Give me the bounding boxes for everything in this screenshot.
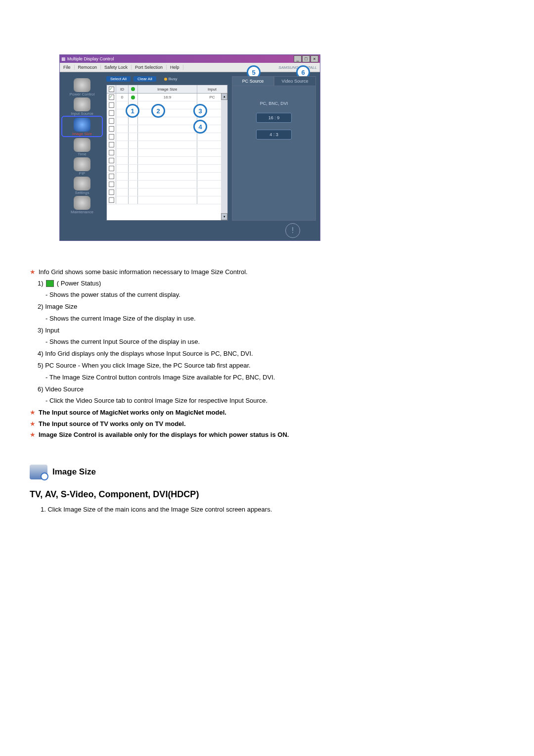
scroll-up-icon[interactable]: ▴ <box>221 93 227 100</box>
grid-header-row: ID Image Size Input <box>107 85 227 94</box>
table-row[interactable] <box>107 101 227 109</box>
sidebar-label: Maintenance <box>62 210 102 214</box>
col-checkbox[interactable] <box>107 85 116 93</box>
sidebar-item-settings[interactable]: Settings <box>62 176 102 195</box>
callout-3: 3 <box>193 104 207 118</box>
scrollbar[interactable]: ▴▾ <box>221 93 227 220</box>
sub-text: - Shows the current Image Size of the di… <box>45 314 504 324</box>
ordered-list-item: 1. Click Image Size of the main icons an… <box>41 505 504 515</box>
sidebar-item-time[interactable]: Time <box>62 137 102 156</box>
callout-2: 2 <box>151 104 165 118</box>
menu-safety-lock[interactable]: Safety Lock <box>101 65 132 70</box>
callout-4: 4 <box>193 120 207 134</box>
select-all-button[interactable]: Select All <box>106 76 131 82</box>
table-row[interactable] <box>107 165 227 173</box>
sidebar-item-input-source[interactable]: Input Source <box>62 96 102 116</box>
ratio-4-3-button[interactable]: 4 : 3 <box>256 130 292 140</box>
image-size-icon <box>30 465 47 479</box>
sidebar-label: PIP <box>62 171 102 176</box>
table-row[interactable] <box>107 196 227 204</box>
row-checkbox[interactable] <box>109 94 114 100</box>
row-checkbox[interactable] <box>109 189 114 195</box>
sub-text: - Click the Video Source tab to control … <box>45 396 504 406</box>
main-pane: Select All Clear All Busy ID Image Size … <box>104 72 320 221</box>
panel-label: PC, BNC, DVI <box>260 101 288 106</box>
right-column: 5 6 PC Source Video Source PC, BNC, DVI … <box>232 76 316 221</box>
row-checkbox[interactable] <box>109 150 114 155</box>
row-checkbox[interactable] <box>109 166 114 171</box>
busy-indicator: Busy <box>164 77 178 81</box>
row-checkbox[interactable] <box>109 118 114 124</box>
alert-icon[interactable]: ! <box>285 223 300 238</box>
row-checkbox[interactable] <box>109 174 114 179</box>
table-row[interactable] <box>107 181 227 189</box>
window-controls: _ □ × <box>294 55 318 62</box>
sub-text: - Shows the current Input Source of the … <box>45 337 504 347</box>
row-checkbox[interactable] <box>109 126 114 132</box>
close-button[interactable]: × <box>311 55 318 62</box>
row-checkbox[interactable] <box>109 182 114 187</box>
clear-all-button[interactable]: Clear All <box>134 76 156 82</box>
table-row[interactable] <box>107 173 227 181</box>
power-status-icon <box>131 87 135 91</box>
menu-remocon[interactable]: Remocon <box>75 65 101 70</box>
row-checkbox[interactable] <box>109 102 114 108</box>
section-title: Image Size <box>52 467 96 477</box>
subsection-heading: TV, AV, S-Video, Component, DVI(HDCP) <box>30 489 504 500</box>
table-row[interactable] <box>107 109 227 117</box>
table-row[interactable] <box>107 133 227 141</box>
row-checkbox[interactable] <box>109 158 114 163</box>
minimize-button[interactable]: _ <box>294 55 302 62</box>
star-icon: ★ <box>30 408 36 418</box>
col-power[interactable] <box>129 85 138 93</box>
menu-bar: File Remocon Safety Lock Port Selection … <box>60 63 320 72</box>
note-text: Info Grid shows some basic information n… <box>39 267 248 277</box>
top-buttons: Select All Clear All Busy <box>106 76 228 82</box>
ratio-16-9-button[interactable]: 16 : 9 <box>256 113 292 123</box>
callout-1: 1 <box>126 104 139 118</box>
tab-video-source[interactable]: Video Source <box>274 76 316 86</box>
sub-text: - The Image Size Control button controls… <box>45 373 504 383</box>
note-bold: The Input source of MagicNet works only … <box>39 408 226 418</box>
table-row[interactable] <box>107 117 227 125</box>
explanation-content: ★Info Grid shows some basic information … <box>30 256 504 515</box>
table-row[interactable] <box>107 125 227 133</box>
busy-dot-icon <box>164 78 167 81</box>
sidebar-item-power-control[interactable]: Power Control <box>62 77 102 96</box>
sidebar-item-pip[interactable]: PIP <box>62 156 102 176</box>
app-footer: ! <box>60 221 320 240</box>
power-status-icon <box>46 280 54 287</box>
menu-port-selection[interactable]: Port Selection <box>132 65 167 70</box>
row-checkbox[interactable] <box>109 142 114 147</box>
table-row[interactable] <box>107 141 227 149</box>
menu-file[interactable]: File <box>60 65 75 70</box>
menu-help[interactable]: Help <box>167 65 183 70</box>
table-row[interactable] <box>107 189 227 196</box>
tab-pc-source[interactable]: PC Source <box>232 76 274 86</box>
row-checkbox[interactable] <box>109 134 114 140</box>
list-item: 5) PC Source - When you click Image Size… <box>38 361 504 371</box>
sidebar: Power Control Input Source Image Size Ti… <box>60 72 104 221</box>
col-image-size[interactable]: Image Size <box>138 85 197 93</box>
col-input[interactable]: Input <box>197 85 227 93</box>
cell-size: 16:9 <box>138 94 197 101</box>
table-row[interactable] <box>107 157 227 165</box>
table-row[interactable] <box>107 149 227 157</box>
star-icon: ★ <box>30 430 36 440</box>
app-body: Power Control Input Source Image Size Ti… <box>60 72 320 221</box>
star-icon: ★ <box>30 267 36 277</box>
scroll-down-icon[interactable]: ▾ <box>221 213 227 220</box>
sidebar-item-maintenance[interactable]: Maintenance <box>62 195 102 214</box>
sidebar-label: Power Control <box>62 92 102 96</box>
info-grid: ID Image Size Input 0 16:9 PC <box>106 85 228 221</box>
control-panel: PC, BNC, DVI 16 : 9 4 : 3 <box>232 86 316 221</box>
window-title: Multiple Display Control <box>67 56 114 61</box>
maximize-button[interactable]: □ <box>302 55 310 62</box>
list-item: 2) Image Size <box>38 302 504 312</box>
row-checkbox[interactable] <box>109 197 114 203</box>
sidebar-label: Input Source <box>62 111 102 116</box>
col-id[interactable]: ID <box>116 85 129 93</box>
table-row[interactable]: 0 16:9 PC <box>107 94 227 101</box>
sidebar-item-image-size[interactable]: Image Size <box>61 116 103 137</box>
row-checkbox[interactable] <box>109 110 114 116</box>
